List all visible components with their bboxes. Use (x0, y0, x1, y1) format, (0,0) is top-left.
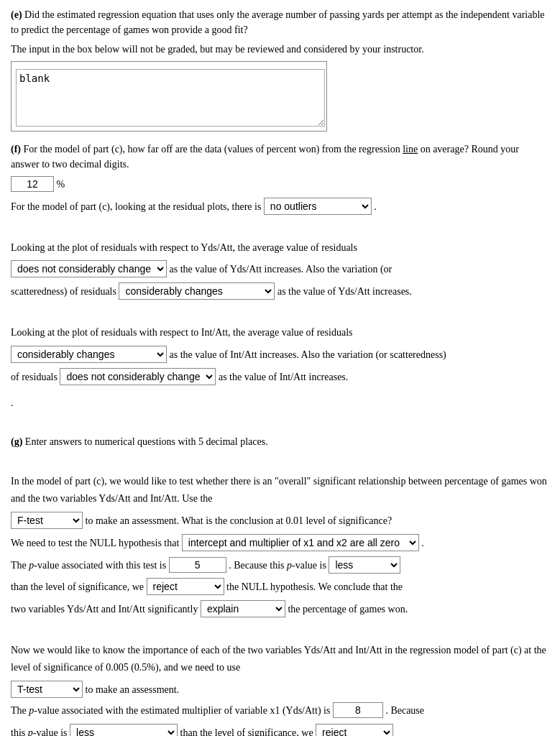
part-g: (g) Enter answers to numerical questions… (11, 434, 549, 736)
part-f-label: (f) (11, 144, 21, 155)
null-line: We need to test the NULL hypothesis that… (11, 534, 549, 552)
yds-line1: does not considerably change considerabl… (11, 260, 549, 278)
part-e-textarea[interactable]: blank (16, 69, 325, 126)
overall-select1[interactable]: F-test T-test (11, 512, 83, 529)
yds-select1[interactable]: does not considerably change considerabl… (11, 260, 167, 277)
yds-text3: as the value of Yds/Att increases. (277, 286, 412, 297)
explain-line: two variables Yds/Att and Int/Att signif… (11, 600, 549, 618)
part-e-label: (e) (11, 9, 22, 20)
part-e-note: The input in the box below will not be g… (11, 42, 549, 57)
ttest-text2: to make an assessment. (86, 684, 180, 695)
null-select[interactable]: intercept and multiplier of x1 and x2 ar… (182, 534, 419, 551)
int-text3: as the value of Int/Att increases. (219, 372, 348, 382)
overall-line2: F-test T-test to make an assessment. Wha… (11, 512, 549, 530)
pvalue-text2: . Because this p-value is (229, 560, 329, 571)
int-intro: Looking at the plot of residuals with re… (11, 327, 352, 338)
yds-text2: as the value of Yds/Att increases. Also … (170, 264, 393, 275)
blank-space2 (11, 305, 549, 320)
explain-text2: the percentage of games won. (288, 604, 408, 615)
int-line2: of residuals does not considerably chang… (11, 368, 549, 386)
residual-line1: For the model of part (c), looking at th… (11, 198, 549, 216)
part-e: (e) Did the estimated regression equatio… (11, 7, 549, 132)
ttest-text1: Now we would like to know the importance… (11, 645, 546, 673)
reject-text1: than the level of significance, we (11, 581, 147, 592)
pvalue-input[interactable] (169, 557, 226, 573)
reject-text2: the NULL hypothesis. We conclude that th… (226, 581, 403, 592)
x1-text2: . Because (385, 705, 424, 716)
reject-select[interactable]: reject do not reject (147, 578, 224, 595)
int-text2: as the value of Int/Att increases. Also … (170, 349, 446, 360)
x1-pvalue-input[interactable] (333, 702, 383, 718)
x1-line2: this p-value is less greater than the le… (11, 724, 549, 736)
x1-text1: The p-value associated with the estimate… (11, 705, 333, 716)
x1-text3: this p-value is (11, 727, 70, 736)
part-g-intro: Enter answers to numerical questions wit… (25, 436, 268, 447)
ttest-intro: Now we would like to know the importance… (11, 642, 549, 676)
yds-intro: Looking at the plot of residuals with re… (11, 242, 357, 253)
part-e-question: Did the estimated regression equation th… (11, 9, 545, 35)
part-f-question: For the model of part (c), how far off a… (11, 144, 519, 170)
pvalue-line1: The p-value associated with this test is… (11, 556, 549, 574)
x1-less-select[interactable]: less greater (70, 724, 178, 736)
ttest-line2: F-test T-test to make an assessment. (11, 681, 549, 699)
pvalue-text1: The p-value associated with this test is (11, 560, 169, 571)
x1-reject-select[interactable]: reject do not reject (316, 724, 393, 736)
overall-line1: In the model of part (c), we would like … (11, 473, 549, 507)
dot-separator: . (11, 395, 549, 410)
blank-space (11, 220, 549, 235)
part-f: (f) For the model of part (c), how far o… (11, 142, 549, 385)
residual-text1: For the model of part (c), looking at th… (11, 201, 264, 212)
null-text2: . (421, 538, 424, 548)
yds-scatter-label: scatteredness) of residuals (11, 286, 119, 297)
yds-line2: scatteredness) of residuals does not con… (11, 282, 549, 300)
x1-text4: than the level of significance, we (180, 727, 316, 736)
answer-box-wrapper: blank (11, 61, 327, 132)
explain-select[interactable]: explain do not explain (201, 600, 285, 617)
yds-select2[interactable]: does not considerably change considerabl… (119, 282, 275, 300)
int-select1[interactable]: does not considerably change considerabl… (11, 346, 167, 363)
residual-text2: . (374, 201, 377, 212)
pvalue-select[interactable]: less greater (329, 556, 400, 574)
int-line1: does not considerably change considerabl… (11, 346, 549, 364)
overall-text2: to make an assessment. What is the concl… (86, 515, 393, 526)
null-text1: We need to test the NULL hypothesis that (11, 538, 182, 548)
overall-text1: In the model of part (c), we would like … (11, 476, 547, 504)
part-g-label: (g) (11, 436, 22, 447)
ttest-select[interactable]: F-test T-test (11, 681, 83, 698)
yds-text-intro: Looking at the plot of residuals with re… (11, 239, 549, 257)
explain-text1: two variables Yds/Att and Int/Att signif… (11, 604, 201, 615)
percent-input[interactable] (11, 176, 54, 192)
reject-line: than the level of significance, we rejec… (11, 578, 549, 596)
int-text-intro: Looking at the plot of residuals with re… (11, 324, 549, 341)
x1-line1: The p-value associated with the estimate… (11, 702, 549, 719)
residual-select1[interactable]: no outliers outliers (264, 198, 372, 215)
int-select2[interactable]: does not considerably change considerabl… (60, 368, 216, 385)
percent-symbol: % (57, 179, 65, 190)
int-of-residuals: of residuals (11, 372, 60, 382)
percent-line: % (11, 176, 549, 193)
